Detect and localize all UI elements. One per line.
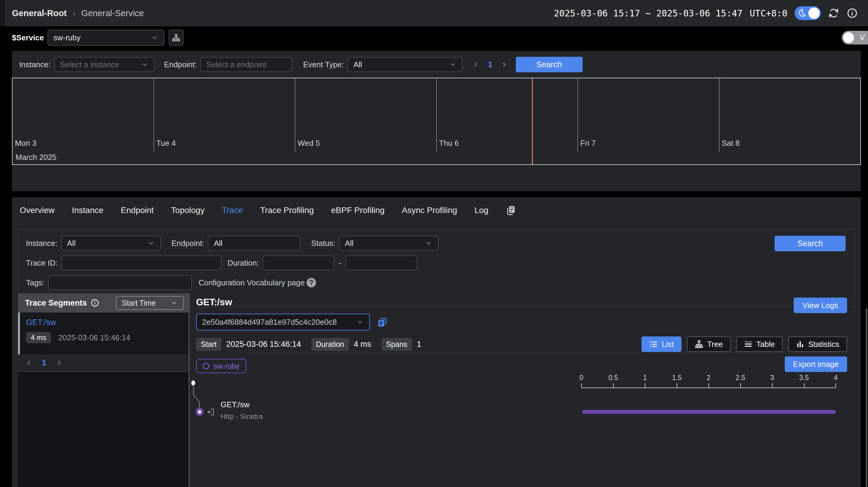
- tf-endpoint-label: Endpoint:: [172, 239, 205, 248]
- calendar-day-cell: Sat 8: [719, 78, 861, 152]
- service-legend-chip[interactable]: sw-ruby: [196, 359, 246, 373]
- view-table-button[interactable]: Table: [736, 337, 783, 352]
- segment-meta: 4 ms 2025-03-06 15:46:14: [26, 332, 189, 343]
- trace-waterfall: sw-ruby Export image 0 0.5 1 1.5 2 2.5 3…: [190, 352, 855, 487]
- segment-list-item[interactable]: GET:/sw 4 ms 2025-03-06 15:46:14: [18, 313, 189, 354]
- trace-title: GET:/sw: [196, 297, 855, 308]
- tab-trace-profiling[interactable]: Trace Profiling: [260, 205, 314, 215]
- segments-page-number[interactable]: 1: [42, 358, 46, 368]
- next-page-icon[interactable]: [501, 61, 507, 68]
- events-filter-row: Instance: Select a instance Endpoint: Ev…: [12, 51, 861, 72]
- legend-circle-icon: [203, 363, 209, 369]
- tab-topology[interactable]: Topology: [171, 205, 205, 215]
- time-range-picker[interactable]: 2025-03-06 15:17 ~ 2025-03-06 15:47: [554, 8, 742, 19]
- breadcrumb-separator-icon: ›: [73, 9, 75, 18]
- chevron-down-icon: [356, 318, 364, 326]
- tab-trace[interactable]: Trace: [222, 205, 243, 215]
- segment-duration-badge: 4 ms: [26, 332, 51, 343]
- help-icon[interactable]: ?: [307, 278, 316, 287]
- events-endpoint-label: Endpoint:: [164, 60, 197, 69]
- main-panel: Overview Instance Endpoint Topology Trac…: [12, 197, 861, 487]
- view-logs-button[interactable]: View Logs: [794, 297, 847, 313]
- tf-endpoint-input[interactable]: [208, 236, 300, 251]
- spans-chip: Spans: [381, 338, 412, 351]
- service-label: $Service: [12, 33, 44, 42]
- trace-id-value: 2e50a4f6884d497a81e97d5c4c20e0c8: [202, 318, 337, 327]
- trace-info-row: Start 2025-03-06 15:46:14 Duration 4 ms …: [196, 337, 855, 352]
- chevron-down-icon: [170, 299, 178, 307]
- trace-id-row: 2e50a4f6884d497a81e97d5c4c20e0c8: [196, 314, 855, 331]
- scrollbar[interactable]: [866, 308, 867, 487]
- tab-instance[interactable]: Instance: [72, 205, 103, 215]
- tab-overview[interactable]: Overview: [20, 205, 55, 215]
- tab-endpoint[interactable]: Endpoint: [121, 205, 154, 215]
- events-pager: 1: [473, 60, 507, 69]
- toggle-knob: [843, 32, 854, 43]
- events-search-button[interactable]: Search: [516, 57, 583, 72]
- span-node[interactable]: [195, 408, 204, 416]
- prev-page-icon[interactable]: [26, 360, 32, 366]
- service-topology-button[interactable]: [168, 30, 184, 46]
- tf-instance-label: Instance:: [26, 239, 58, 248]
- events-event-type-label: Event Type:: [303, 60, 344, 69]
- calendar-grid: Mon 3 Tue 4 Wed 5 Thu 6 Fri 7 Sat 8: [12, 78, 860, 152]
- tab-async-profiling[interactable]: Async Profiling: [402, 205, 457, 215]
- duration-min-input[interactable]: [262, 255, 334, 270]
- event-type-value: All: [353, 60, 362, 69]
- trace-filter-row-1: Instance: All Endpoint: Status: All: [26, 236, 847, 251]
- axis-tick-label: 3: [770, 374, 774, 382]
- duration-max-input[interactable]: [345, 255, 417, 270]
- copy-icon[interactable]: [376, 316, 388, 328]
- events-endpoint-input[interactable]: [200, 57, 292, 72]
- events-page-number[interactable]: 1: [488, 60, 493, 69]
- span-label[interactable]: GET:/sw Http - Sinatra: [221, 400, 263, 421]
- tf-status-value: All: [345, 239, 353, 248]
- tf-status-select[interactable]: All: [339, 236, 438, 251]
- event-type-select[interactable]: All: [347, 57, 463, 72]
- trace-search-button[interactable]: Search: [775, 236, 846, 251]
- calendar-now-marker: [532, 78, 533, 164]
- next-page-icon[interactable]: [56, 360, 62, 366]
- theme-toggle[interactable]: [795, 6, 821, 20]
- tab-log[interactable]: Log: [474, 205, 488, 215]
- events-calendar[interactable]: Mon 3 Tue 4 Wed 5 Thu 6 Fri 7 Sat 8 Marc…: [12, 78, 861, 165]
- span-duration-bar[interactable]: [582, 410, 836, 414]
- view-tree-button[interactable]: Tree: [687, 337, 731, 352]
- tf-instance-select[interactable]: All: [61, 236, 161, 251]
- trace-id-input[interactable]: [61, 255, 221, 270]
- calendar-day-cell: Mon 3: [12, 78, 154, 152]
- moon-icon: [797, 8, 807, 18]
- view-list-button[interactable]: List: [642, 337, 681, 352]
- events-panel: Instance: Select a instance Endpoint: Ev…: [12, 51, 861, 191]
- vocabulary-link[interactable]: Configuration Vocabulary page: [198, 278, 305, 287]
- duration-separator: -: [339, 258, 341, 268]
- export-image-button[interactable]: Export image: [785, 356, 847, 372]
- version-toggle[interactable]: V: [842, 31, 868, 45]
- table-icon: [744, 340, 753, 349]
- prev-page-icon[interactable]: [473, 61, 479, 68]
- span-name: GET:/sw: [221, 400, 263, 409]
- pages-icon[interactable]: [506, 205, 516, 216]
- tab-bar: Overview Instance Endpoint Topology Trac…: [12, 197, 861, 216]
- refresh-icon[interactable]: [828, 7, 839, 19]
- events-instance-select[interactable]: Select a instance: [54, 57, 155, 72]
- info-icon[interactable]: [90, 298, 99, 308]
- breadcrumb-root[interactable]: General-Root: [12, 8, 67, 18]
- tab-ebpf-profiling[interactable]: eBPF Profiling: [331, 205, 384, 215]
- calendar-day-label: Sat 8: [722, 139, 740, 148]
- segments-pager: 1: [18, 354, 189, 372]
- tags-input[interactable]: [48, 275, 192, 290]
- tree-icon: [694, 340, 704, 349]
- trace-segments-panel: Trace Segments Start Time GET:/sw 4 ms 2…: [18, 293, 189, 487]
- trace-id-select[interactable]: 2e50a4f6884d497a81e97d5c4c20e0c8: [196, 314, 370, 331]
- bar-chart-icon: [796, 340, 805, 349]
- chevron-down-icon: [425, 239, 433, 247]
- chevron-down-icon: [147, 239, 155, 247]
- service-select[interactable]: sw-ruby: [48, 30, 164, 46]
- view-statistics-button[interactable]: Statistics: [788, 337, 847, 352]
- breadcrumb-current[interactable]: General-Service: [81, 8, 144, 18]
- info-icon[interactable]: [846, 7, 858, 19]
- segment-name[interactable]: GET:/sw: [26, 318, 189, 327]
- segments-sort-select[interactable]: Start Time: [116, 296, 184, 310]
- axis-tick-label: 0: [580, 374, 584, 382]
